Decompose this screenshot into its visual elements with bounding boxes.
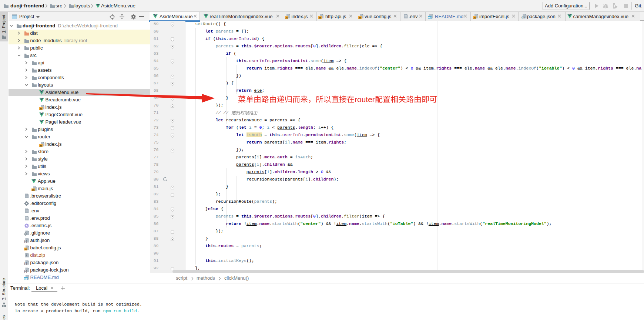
svg-text:router: router [355,95,375,104]
svg-text:JS: JS [285,17,288,19]
svg-text:JS: JS [24,248,27,250]
svg-text:{: { [24,240,26,243]
svg-text:MD: MD [24,278,27,280]
svg-text:JS: JS [359,17,361,19]
svg-text:JS: JS [319,17,321,19]
svg-text:{: { [521,16,523,19]
svg-text:JS: JS [473,17,476,19]
svg-text:JS: JS [39,145,42,147]
svg-text:JS: JS [32,189,34,191]
svg-text:{: { [24,262,26,265]
svg-text:JS: JS [39,108,42,110]
svg-text:MD: MD [428,17,431,19]
svg-text:{: { [24,269,26,273]
